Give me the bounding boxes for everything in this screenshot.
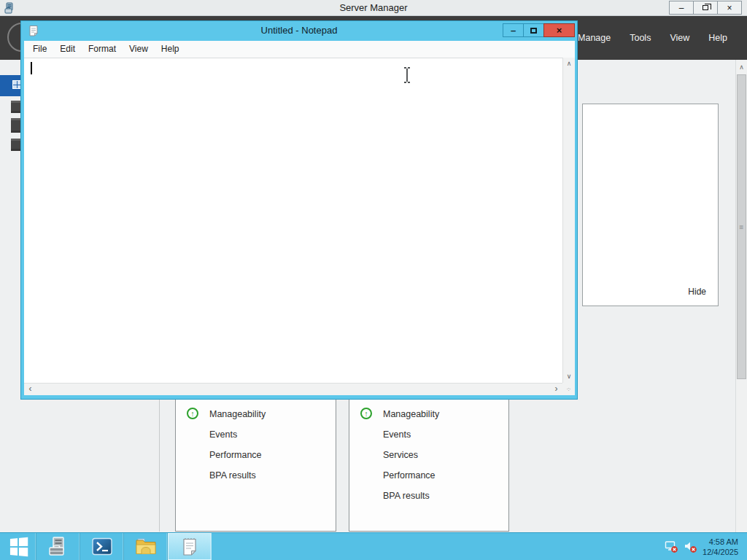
menu-view[interactable]: View (660, 28, 699, 47)
notepad-editor[interactable] (24, 58, 562, 383)
minimize-icon: – (511, 25, 516, 36)
windows-logo-icon (9, 537, 27, 556)
mouse-cursor-ibeam (402, 66, 412, 84)
scroll-down-icon[interactable]: ∨ (563, 371, 575, 382)
main-scrollbar[interactable]: ∧ ≡ (735, 60, 747, 532)
tile-row-label: BPA results (209, 470, 256, 481)
tile-row-label: Performance (383, 470, 436, 481)
scrollbar-thumb[interactable]: ≡ (737, 74, 746, 379)
taskbar-server-manager-button[interactable] (36, 533, 80, 560)
tile-row-events[interactable]: Events (176, 424, 336, 445)
tile-row-events[interactable]: Events (349, 424, 508, 445)
hide-button[interactable]: Hide (688, 287, 706, 297)
restore-icon (703, 5, 708, 10)
taskbar-notepad-button[interactable] (168, 533, 212, 560)
tile-row-bpa-results[interactable]: BPA results (349, 486, 508, 506)
np-minimize-button[interactable]: – (503, 23, 524, 37)
notepad-hscrollbar[interactable]: ‹ › (24, 383, 562, 395)
text-caret (31, 62, 32, 74)
server-manager-window-controls: – × (670, 1, 742, 15)
notepad-window-title: Untitled - Notepad (21, 21, 577, 41)
close-icon: × (557, 25, 562, 36)
notepad-vscrollbar[interactable]: ∧ ∨ (562, 58, 575, 383)
menu-tools[interactable]: Tools (620, 28, 660, 47)
notepad-window-controls: – × (503, 23, 575, 37)
nav-item-icon[interactable] (11, 118, 20, 133)
taskbar-file-explorer-button[interactable] (124, 533, 168, 560)
scroll-up-icon[interactable]: ∧ (736, 62, 747, 72)
menu-help[interactable]: Help (155, 41, 186, 58)
server-manager-menubar: Manage Tools View Help (568, 16, 737, 60)
dashboard-tile: ↑ Manageability Events Services Performa… (349, 399, 509, 532)
scroll-left-icon[interactable]: ‹ (25, 384, 36, 395)
tile-row-manageability[interactable]: ↑ Manageability (349, 404, 508, 424)
nav-item-icon[interactable] (11, 101, 20, 113)
clock-date: 12/4/2025 (703, 547, 738, 557)
tile-row-label: Manageability (209, 409, 266, 419)
close-icon: × (727, 3, 732, 13)
tile-row-performance[interactable]: Performance (176, 445, 336, 465)
sm-close-button[interactable]: × (717, 1, 742, 15)
system-tray: 4:58 AM 12/4/2025 (665, 533, 747, 560)
resize-grip[interactable]: ⁘ (562, 383, 575, 395)
np-maximize-button[interactable] (523, 23, 544, 37)
thumb-grip-icon: ≡ (740, 223, 744, 231)
menu-file[interactable]: File (26, 41, 53, 58)
menu-format[interactable]: Format (82, 41, 123, 58)
tile-row-label: Performance (209, 450, 262, 460)
welcome-panel: Hide (582, 104, 719, 306)
server-manager-titlebar: Server Manager – × (0, 0, 747, 16)
notepad-icon (180, 537, 199, 556)
nav-item-icon[interactable] (11, 139, 20, 151)
tile-row-label: Events (209, 429, 237, 440)
notepad-titlebar[interactable]: Untitled - Notepad – × (21, 21, 577, 41)
sm-restore-button[interactable] (693, 1, 718, 15)
scroll-up-icon[interactable]: ∧ (563, 58, 575, 69)
status-up-icon: ↑ (187, 408, 198, 419)
status-up-icon: ↑ (360, 408, 372, 419)
dashboard-tile: ↑ Manageability Events Performance BPA r… (175, 399, 336, 532)
notepad-window: Untitled - Notepad – × File Edit Format … (20, 20, 578, 400)
volume-status-icon[interactable] (684, 540, 697, 553)
taskbar-powershell-button[interactable] (80, 533, 124, 560)
server-manager-icon (47, 537, 69, 557)
resize-grip-icon: ⁘ (566, 386, 572, 393)
notepad-menubar: File Edit Format View Help (24, 41, 575, 58)
desktop: Server Manager – × Manage Tools View Hel… (0, 0, 747, 560)
menu-edit[interactable]: Edit (53, 41, 82, 58)
taskbar-clock[interactable]: 4:58 AM 12/4/2025 (703, 537, 738, 557)
tile-row-services[interactable]: Services (349, 445, 508, 465)
sm-minimize-button[interactable]: – (669, 1, 694, 15)
tile-row-performance[interactable]: Performance (349, 465, 508, 486)
tile-row-label: Events (383, 429, 411, 440)
menu-view[interactable]: View (123, 41, 155, 58)
network-status-icon[interactable] (665, 540, 678, 553)
tile-row-label: Services (383, 450, 418, 460)
maximize-icon (530, 28, 537, 34)
powershell-icon (92, 537, 112, 556)
tile-row-label: Manageability (383, 409, 439, 419)
file-explorer-icon (135, 537, 157, 556)
tile-row-manageability[interactable]: ↑ Manageability (176, 404, 336, 424)
tile-row-bpa-results[interactable]: BPA results (176, 465, 336, 486)
np-close-button[interactable]: × (543, 23, 575, 37)
start-button[interactable] (0, 533, 36, 560)
clock-time: 4:58 AM (703, 537, 738, 547)
minimize-icon: – (679, 3, 684, 13)
menu-help[interactable]: Help (699, 28, 737, 47)
server-manager-window-title: Server Manager (0, 0, 747, 16)
tile-row-label: BPA results (383, 491, 430, 501)
pane-divider (159, 400, 160, 532)
taskbar: 4:58 AM 12/4/2025 (0, 532, 747, 560)
scroll-right-icon[interactable]: › (551, 384, 562, 395)
